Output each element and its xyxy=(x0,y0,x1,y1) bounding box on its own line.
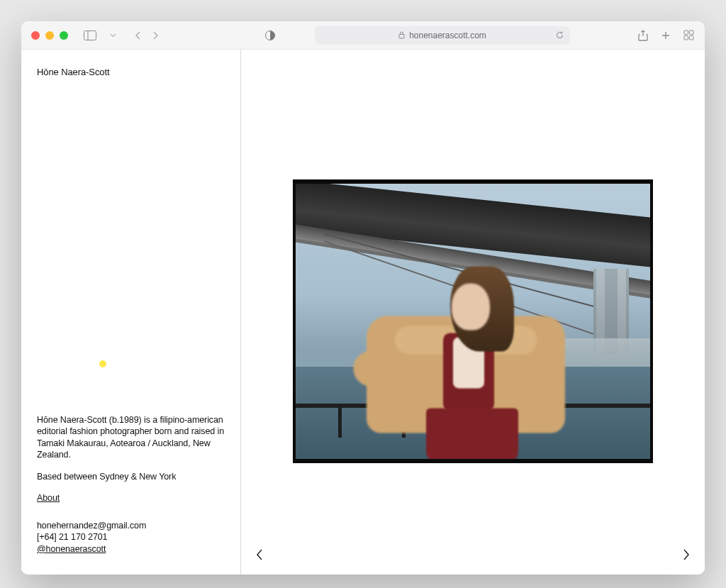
close-window-button[interactable] xyxy=(31,31,40,40)
main-content xyxy=(241,50,705,575)
sidebar: Hōne Naera-Scott Hōne Naera-Scott (b.198… xyxy=(21,50,241,575)
hero-photo-image xyxy=(296,184,650,459)
url-text: honenaerascott.com xyxy=(409,30,486,40)
contact-phone: [+64] 21 170 2701 xyxy=(37,531,225,543)
contact-email[interactable]: honehernandez@gmail.com xyxy=(37,520,225,532)
gallery-next-button[interactable] xyxy=(678,546,695,563)
browser-toolbar: honenaerascott.com xyxy=(21,21,705,50)
bio-paragraph-1: Hōne Naera-Scott (b.1989) is a filipino-… xyxy=(37,414,225,461)
sidebar-toggle-icon[interactable] xyxy=(82,28,98,43)
tab-overview-icon[interactable] xyxy=(682,28,695,43)
about-link[interactable]: About xyxy=(37,492,60,504)
svg-rect-7 xyxy=(689,36,693,40)
bio-paragraph-2: Based between Sydney & New York xyxy=(37,471,225,483)
svg-rect-4 xyxy=(684,30,688,35)
lock-icon xyxy=(398,31,405,39)
share-icon[interactable] xyxy=(637,28,649,43)
hero-photo[interactable] xyxy=(293,179,653,463)
browser-window: honenaerascott.com Hōne Naera-Scott Hōne… xyxy=(21,21,705,575)
reload-icon[interactable] xyxy=(555,30,564,40)
chevron-down-icon[interactable] xyxy=(105,28,121,43)
page-viewport: Hōne Naera-Scott Hōne Naera-Scott (b.198… xyxy=(21,50,705,575)
maximize-window-button[interactable] xyxy=(60,31,68,40)
gallery-prev-button[interactable] xyxy=(251,546,268,563)
window-controls xyxy=(31,31,68,40)
svg-rect-3 xyxy=(399,35,404,39)
site-title[interactable]: Hōne Naera-Scott xyxy=(37,67,225,77)
bio-text: Hōne Naera-Scott (b.1989) is a filipino-… xyxy=(37,414,225,555)
svg-rect-5 xyxy=(689,30,693,35)
contact-block: honehernandez@gmail.com [+64] 21 170 270… xyxy=(37,520,225,555)
new-tab-icon[interactable] xyxy=(659,28,672,43)
forward-button[interactable] xyxy=(147,28,163,43)
address-bar[interactable]: honenaerascott.com xyxy=(315,26,570,45)
contact-instagram[interactable]: @honenaerascott xyxy=(37,543,225,555)
back-button[interactable] xyxy=(130,28,146,43)
minimize-window-button[interactable] xyxy=(45,31,54,40)
cursor-indicator-icon xyxy=(99,360,106,367)
svg-rect-0 xyxy=(84,30,96,40)
svg-rect-6 xyxy=(684,36,688,40)
reader-mode-icon[interactable] xyxy=(262,28,278,43)
